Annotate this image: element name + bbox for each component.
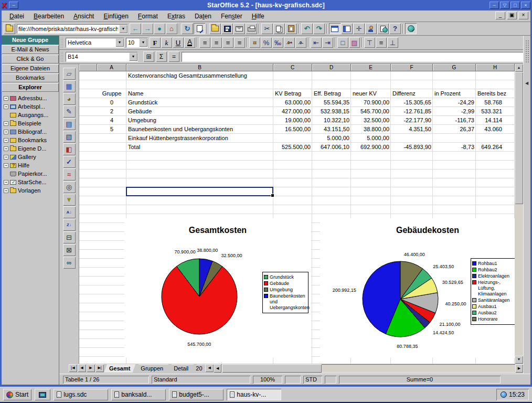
cell-D3[interactable]: Eff. Betrag: [312, 89, 351, 98]
cell-C3[interactable]: KV Betrag: [273, 89, 312, 98]
menu-bearbeiten[interactable]: Bearbeiten: [29, 12, 69, 21]
navigator-button[interactable]: [329, 23, 341, 34]
new-group-header[interactable]: Neue Gruppe: [2, 36, 59, 45]
cell-D9[interactable]: 647.006,10: [312, 143, 351, 152]
cell-H5[interactable]: 533.321: [476, 107, 515, 116]
save-button[interactable]: [221, 23, 233, 34]
previous-sheet-button[interactable]: ◀: [78, 364, 86, 372]
underline-button[interactable]: U: [173, 37, 184, 48]
cell-C4[interactable]: 63.000,00: [273, 98, 312, 107]
number-format-currency-button[interactable]: ¤: [249, 37, 260, 48]
tree-expander-icon[interactable]: +: [4, 180, 8, 185]
cell-G3[interactable]: in Prozent: [433, 89, 476, 98]
gallery-button[interactable]: [365, 23, 377, 34]
cell-B1[interactable]: Kostenvoranschlag Gesamtzusammenstellung: [126, 71, 336, 80]
task-hauskv[interactable]: haus-kv-...: [227, 389, 281, 400]
cell-E5[interactable]: 545.700,00: [351, 107, 391, 116]
cell-B4[interactable]: Grundstück: [126, 98, 273, 107]
chart-object-1[interactable]: Gesamtkosten70.900,00545.700,0032.500,00…: [124, 218, 311, 358]
reload-button[interactable]: ↻: [182, 23, 193, 34]
tree-expander-icon[interactable]: +: [4, 138, 8, 143]
vertical-scroll-thumb[interactable]: [515, 72, 523, 204]
cell-A6[interactable]: 4: [97, 116, 126, 125]
redo-button[interactable]: ↷: [313, 23, 325, 34]
online-layout-button[interactable]: [405, 23, 417, 34]
cell-B7[interactable]: Baunebenkosten und Uebergangskonten: [126, 125, 273, 134]
tree-item-bookmarks[interactable]: +Bookmarks: [4, 136, 59, 144]
cell-A3[interactable]: Gruppe: [97, 89, 126, 98]
cell-F9[interactable]: -45.893,90: [391, 143, 433, 152]
url-dropdown-button[interactable]: ▼: [119, 25, 127, 33]
font-size-dropdown[interactable]: ▼: [139, 38, 147, 47]
align-justify-button[interactable]: ≡: [234, 37, 245, 48]
cell-grid[interactable]: Kostenvoranschlag Gesamtzusammenstellung…: [79, 71, 515, 364]
cell-E7[interactable]: 38.800,00: [351, 125, 391, 134]
cell-H4[interactable]: 58.768: [476, 98, 515, 107]
tree-expander-icon[interactable]: +: [4, 104, 8, 109]
copy-button[interactable]: [273, 23, 285, 34]
column-header-E[interactable]: E: [351, 64, 391, 71]
first-sheet-button[interactable]: |◀: [69, 364, 77, 372]
back-button[interactable]: ←: [130, 23, 141, 34]
select-all-corner[interactable]: [79, 64, 97, 71]
beamer-button[interactable]: [341, 23, 353, 34]
cell-C7[interactable]: 16.500,00: [273, 125, 312, 134]
menu-datei[interactable]: Datei: [5, 12, 29, 21]
italic-button[interactable]: k: [161, 37, 172, 48]
font-name-combo[interactable]: Helvetica ▼: [66, 38, 124, 48]
function-list-button[interactable]: ⊞: [143, 51, 154, 62]
increase-indent-button[interactable]: ⇥: [322, 37, 333, 48]
hyperlink-button[interactable]: ∞: [63, 257, 76, 269]
cell-cursor[interactable]: [126, 187, 273, 196]
last-sheet-button[interactable]: ▶|: [95, 364, 104, 372]
task-budget5[interactable]: budget5-...: [169, 389, 224, 400]
sort-ascending-button[interactable]: A↓: [63, 206, 76, 218]
menu-daten[interactable]: Daten: [190, 12, 216, 21]
open-button[interactable]: [209, 23, 221, 34]
undo-button[interactable]: ↶: [301, 23, 313, 34]
window-minimize-button[interactable]: –: [490, 2, 499, 9]
cell-B9[interactable]: Total: [126, 143, 273, 152]
tree-item-eigened[interactable]: +Eigene D...: [4, 144, 59, 153]
cell-G9[interactable]: -8,73: [433, 143, 476, 152]
tree-item-gallery[interactable]: +Gallery: [4, 153, 59, 161]
cell-B6[interactable]: Umgebung: [126, 116, 273, 125]
menu-format[interactable]: Format: [133, 12, 163, 21]
autoformat-button[interactable]: ◧: [63, 143, 76, 155]
paste-button[interactable]: [285, 23, 297, 34]
sheet-tab-gesamt[interactable]: Gesamt: [104, 364, 135, 373]
tree-expander-icon[interactable]: +: [4, 121, 8, 126]
insert-object-button[interactable]: ◕: [63, 93, 76, 105]
cell-G7[interactable]: 26,37: [433, 125, 476, 134]
bold-button[interactable]: F: [150, 37, 161, 48]
url-input[interactable]: [17, 26, 119, 32]
draw-functions-button[interactable]: ✎: [63, 105, 76, 118]
tree-item-arbeitspl[interactable]: +Arbeitspl...: [4, 102, 59, 111]
cell-D8[interactable]: 5.000,00: [312, 134, 351, 143]
sheet-tab-20[interactable]: 20: [194, 364, 205, 373]
column-header-F[interactable]: F: [391, 64, 433, 71]
dock-collapse-icon[interactable]: ◀: [525, 81, 528, 86]
cell-D5[interactable]: 532.938,15: [312, 107, 351, 116]
edit-file-button[interactable]: [194, 23, 205, 34]
tree-expander-icon[interactable]: +: [4, 146, 8, 151]
cell-D4[interactable]: 55.594,35: [312, 98, 351, 107]
tree-item-bibliograf[interactable]: +Bibliograf...: [4, 128, 59, 136]
horizontal-scroll-thumb[interactable]: [222, 364, 322, 373]
cell-E4[interactable]: 70.900,00: [351, 98, 391, 107]
column-header-D[interactable]: D: [312, 64, 351, 71]
stop-button[interactable]: ●: [154, 23, 165, 34]
sheet-tab-detail[interactable]: Detail: [168, 364, 194, 373]
sidebar-group-e-mail-news[interactable]: E-Mail & News: [2, 45, 59, 54]
window-close-button[interactable]: ×: [521, 2, 530, 9]
decrease-indent-button[interactable]: ⇤: [311, 37, 322, 48]
cell-G5[interactable]: -2,99: [433, 107, 476, 116]
cell-B5[interactable]: Gebäude: [126, 107, 273, 116]
cell-C6[interactable]: 19.000,00: [273, 116, 312, 125]
menu-einfgen[interactable]: Einfügen: [99, 12, 133, 21]
cell-A5[interactable]: 2: [97, 107, 126, 116]
column-header-H[interactable]: H: [476, 64, 515, 71]
document-as-email-button[interactable]: [233, 23, 245, 34]
cell-E3[interactable]: neuer KV: [351, 89, 391, 98]
document-minimize-button[interactable]: _: [495, 12, 505, 19]
